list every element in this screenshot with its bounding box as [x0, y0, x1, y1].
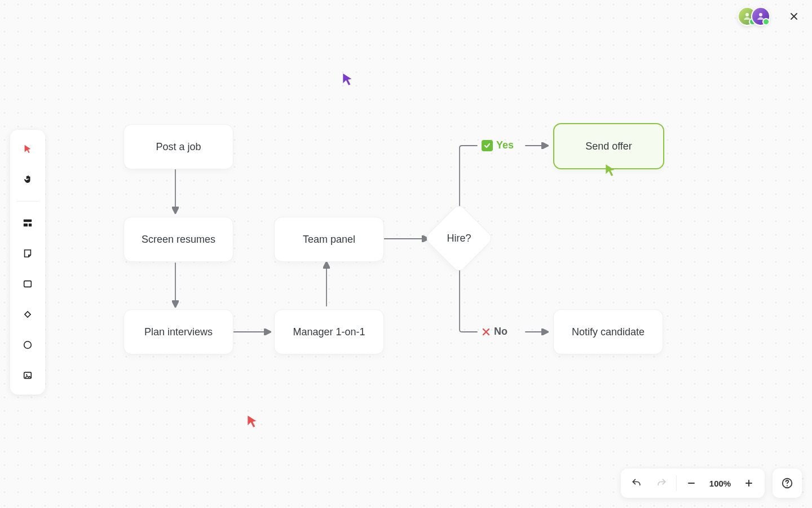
- tool-sticky[interactable]: [16, 242, 39, 265]
- close-button[interactable]: [786, 8, 802, 24]
- x-icon: [482, 327, 491, 336]
- zoom-panel: 100%: [621, 468, 765, 498]
- undo-icon: [631, 478, 642, 489]
- help-button[interactable]: [773, 468, 802, 498]
- diamond-icon: [23, 309, 33, 319]
- circle-icon: [23, 340, 33, 350]
- cursor-icon: [23, 144, 33, 154]
- collaborator-avatars: [738, 7, 770, 26]
- redo-button[interactable]: [649, 471, 674, 496]
- node-notify-candidate[interactable]: Notify candidate: [553, 309, 663, 354]
- shape-toolbar: [10, 130, 45, 395]
- svg-point-9: [26, 374, 27, 375]
- node-label: Screen resumes: [142, 234, 215, 246]
- node-hire-decision[interactable]: Hire?: [434, 213, 484, 263]
- branch-label-yes: Yes: [482, 139, 514, 151]
- svg-rect-4: [29, 224, 32, 226]
- section-icon: [23, 218, 33, 228]
- svg-point-1: [759, 13, 762, 16]
- node-plan-interviews[interactable]: Plan interviews: [123, 309, 233, 354]
- tool-select[interactable]: [16, 138, 39, 160]
- connectors: [0, 0, 812, 508]
- close-icon: [789, 12, 798, 21]
- branch-text: No: [494, 326, 508, 338]
- svg-rect-5: [24, 281, 32, 287]
- tool-hand[interactable]: [16, 168, 39, 191]
- avatar[interactable]: [751, 7, 770, 26]
- node-screen-resumes[interactable]: Screen resumes: [123, 217, 233, 262]
- node-post-job[interactable]: Post a job: [123, 124, 233, 169]
- zoom-in-button[interactable]: [736, 471, 761, 496]
- hand-icon: [23, 174, 33, 185]
- help-icon: [781, 477, 793, 489]
- node-label: Post a job: [156, 141, 201, 153]
- zoom-out-button[interactable]: [679, 471, 704, 496]
- tool-section[interactable]: [16, 212, 39, 234]
- minus-icon: [687, 479, 696, 488]
- branch-label-no: No: [482, 326, 508, 338]
- node-team-panel[interactable]: Team panel: [274, 217, 384, 262]
- plus-icon: [744, 479, 753, 488]
- node-label: Hire?: [447, 233, 471, 244]
- svg-point-0: [745, 13, 749, 16]
- svg-rect-3: [24, 224, 28, 226]
- node-label: Manager 1-on-1: [293, 326, 365, 338]
- tool-circle[interactable]: [16, 334, 39, 356]
- svg-rect-6: [25, 312, 30, 317]
- rectangle-icon: [23, 279, 33, 289]
- tool-image[interactable]: [16, 364, 39, 387]
- redo-icon: [656, 478, 667, 489]
- node-label: Notify candidate: [572, 326, 645, 338]
- sticky-note-icon: [23, 248, 33, 259]
- svg-rect-2: [24, 220, 32, 222]
- node-label: Send offer: [585, 141, 632, 152]
- node-label: Plan interviews: [144, 326, 213, 338]
- branch-text: Yes: [496, 139, 514, 151]
- node-manager-1on1[interactable]: Manager 1-on-1: [274, 309, 384, 354]
- remote-cursor-red: [246, 414, 259, 429]
- tool-rectangle[interactable]: [16, 273, 39, 295]
- zoom-value[interactable]: 100%: [704, 479, 736, 488]
- svg-point-7: [24, 341, 32, 349]
- check-icon: [482, 140, 493, 151]
- undo-button[interactable]: [624, 471, 649, 496]
- remote-cursor-purple: [342, 72, 354, 87]
- image-icon: [23, 370, 33, 380]
- node-label: Team panel: [303, 234, 355, 246]
- tool-diamond[interactable]: [16, 303, 39, 326]
- node-send-offer[interactable]: Send offer: [553, 123, 664, 169]
- svg-point-21: [787, 485, 788, 486]
